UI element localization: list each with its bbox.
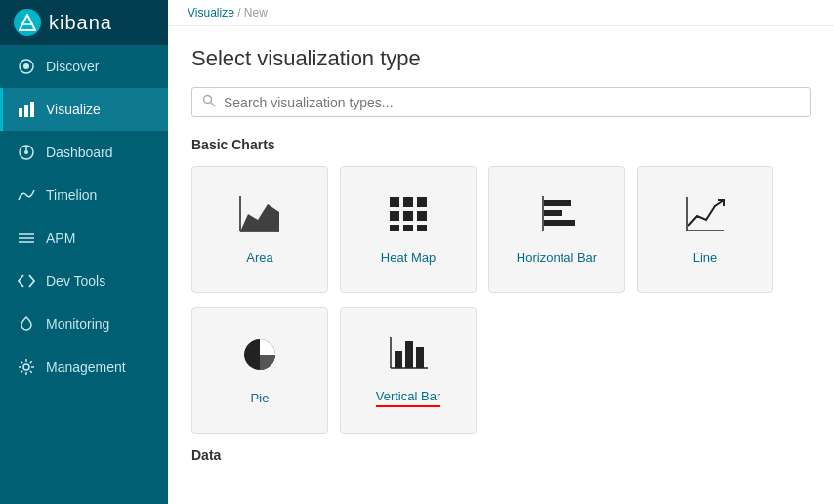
svg-line-15 [211,103,215,106]
monitoring-icon [17,315,36,334]
chart-card-pie[interactable]: Pie [191,307,328,434]
basic-charts-grid-row2: Pie Vertical Bar [191,307,811,434]
svg-marker-16 [240,204,279,231]
basic-charts-grid: Area Heat Map [191,166,811,293]
svg-rect-20 [403,197,413,207]
svg-point-14 [204,96,212,104]
svg-rect-21 [417,197,427,207]
svg-rect-29 [544,200,571,206]
sidebar-item-discover[interactable]: Discover [0,45,168,88]
svg-rect-23 [403,211,413,221]
line-icon [684,194,727,242]
svg-rect-26 [403,225,413,231]
page-title: Select visualization type [191,46,811,71]
devtools-icon [17,272,36,291]
data-section-label: Data [191,447,811,463]
management-icon [17,357,36,377]
logo-area: kibana [0,0,168,45]
discover-icon [17,57,36,76]
pie-label: Pie [251,391,270,405]
svg-rect-39 [416,347,424,368]
svg-rect-37 [395,351,402,368]
svg-rect-24 [417,211,427,221]
dashboard-icon [17,143,36,162]
sidebar-item-apm[interactable]: APM [0,217,168,260]
chart-card-vertical-bar[interactable]: Vertical Bar [340,307,477,434]
chart-card-horizontal-bar[interactable]: Horizontal Bar [488,166,625,293]
sidebar-item-monitoring[interactable]: Monitoring [0,303,168,346]
svg-rect-38 [405,341,413,368]
horizontal-bar-label: Horizontal Bar [517,250,597,265]
vertical-bar-icon [387,333,430,381]
kibana-logo-text: kibana [49,12,112,34]
svg-point-13 [23,364,29,370]
kibana-logo-icon [14,9,41,36]
horizontal-bar-icon [535,194,578,242]
svg-point-3 [23,63,29,69]
apm-icon [17,229,36,248]
chart-card-heatmap[interactable]: Heat Map [340,166,477,293]
sidebar-item-timelion[interactable]: Timelion [0,174,168,217]
svg-rect-4 [19,108,22,117]
search-input[interactable] [224,95,800,110]
sidebar-item-visualize[interactable]: Visualize [0,88,168,131]
breadcrumb: Visualize / New [168,0,834,26]
heatmap-label: Heat Map [381,250,436,265]
svg-rect-25 [390,225,399,231]
svg-rect-5 [24,105,28,117]
search-box [191,87,811,117]
main-content: Visualize / New Select visualization typ… [168,0,834,504]
svg-rect-19 [390,197,399,207]
svg-rect-27 [417,225,427,231]
sidebar-item-dashboard[interactable]: Dashboard [0,131,168,174]
vertical-bar-label: Vertical Bar [376,389,440,407]
basic-charts-label: Basic Charts [191,137,811,152]
svg-rect-6 [30,102,34,117]
svg-rect-30 [544,210,562,216]
svg-rect-31 [544,220,575,226]
search-icon [202,94,216,110]
visualize-icon [17,100,36,119]
sidebar-item-management[interactable]: Management [0,346,168,389]
heatmap-icon [387,194,430,242]
area-icon [238,194,281,242]
chart-card-line[interactable]: Line [637,166,773,293]
sidebar: kibana Discover Visualize [0,0,168,504]
line-label: Line [693,250,718,265]
area-label: Area [246,250,272,265]
sidebar-item-devtools[interactable]: Dev Tools [0,260,168,303]
timelion-icon [17,186,36,205]
svg-rect-22 [390,211,399,221]
svg-marker-0 [20,15,35,30]
svg-point-8 [24,150,28,154]
pie-icon [238,335,281,383]
chart-card-area[interactable]: Area [191,166,328,293]
